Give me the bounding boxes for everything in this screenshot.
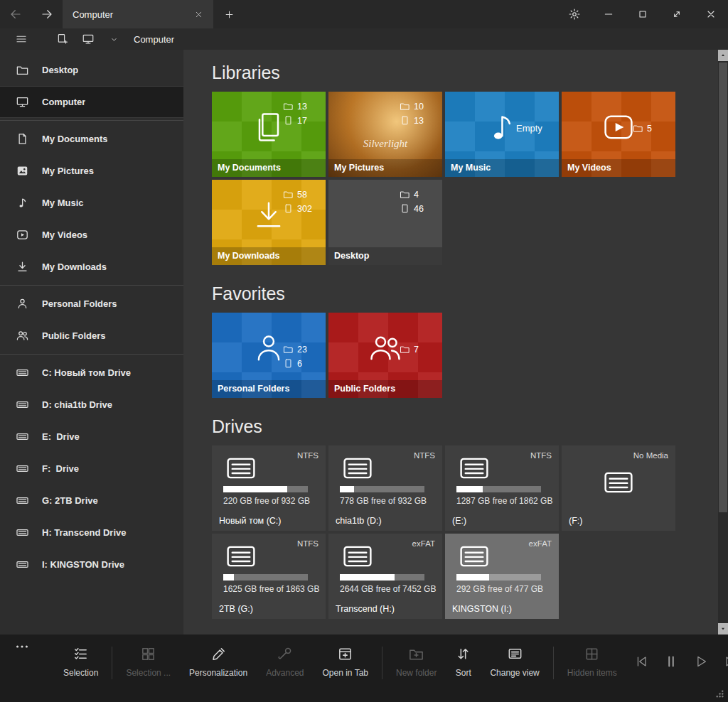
tile-my-music[interactable]: EmptyMy Music	[445, 92, 559, 177]
tile-my-videos[interactable]: 5My Videos	[562, 92, 675, 177]
file-count: 6	[283, 358, 302, 369]
drive-name-label: Новый том (C:)	[219, 516, 282, 526]
breadcrumb-dropdown-button[interactable]	[101, 28, 127, 50]
sidebar-item-my-pictures[interactable]: My Pictures	[0, 155, 183, 187]
tile-counts: 7	[400, 344, 438, 355]
drive-icon	[16, 398, 29, 411]
sidebar-item-c-новый-том-drive[interactable]: C: Новый том Drive	[0, 357, 183, 389]
sidebar-item-label: My Music	[42, 198, 84, 208]
drive-big-icon	[604, 471, 633, 494]
tab-close-icon[interactable]	[194, 10, 203, 19]
tile-grid-libraries: 1317My DocumentsSilverlight1013My Pictur…	[212, 92, 678, 265]
new-item-button[interactable]	[50, 28, 75, 50]
minimize-button[interactable]	[592, 0, 626, 28]
tile-my-documents[interactable]: 1317My Documents	[212, 92, 326, 177]
drive-usage-fill	[456, 574, 489, 580]
sidebar-item-my-music[interactable]: My Music	[0, 187, 183, 219]
drive-tile-kingston-i[interactable]: exFAT292 GB free of 477 GBKINGSTON (I:)	[445, 534, 559, 619]
fullscreen-button[interactable]	[660, 0, 694, 28]
drive-tile-e[interactable]: NTFS1287 GB free of 1862 GB(E:)	[445, 446, 559, 531]
scrollbar-thumb[interactable]	[719, 63, 727, 512]
drive-icon	[16, 494, 29, 507]
sidebar-separator	[0, 354, 183, 355]
tab-computer[interactable]: Computer	[63, 0, 213, 28]
sidebar-item-computer[interactable]: Computer	[0, 86, 183, 118]
settings-button[interactable]	[557, 0, 592, 28]
sidebar-item-label: My Pictures	[42, 166, 94, 176]
scrollbar-track[interactable]	[718, 61, 728, 623]
sidebar-item-personal-folders[interactable]: Personal Folders	[0, 288, 183, 320]
folder-count: 58	[283, 189, 307, 200]
maximize-button[interactable]	[626, 0, 660, 28]
media-previous-button[interactable]	[626, 649, 656, 674]
sidebar-item-label: My Videos	[42, 230, 87, 240]
tile-counts: 5	[633, 123, 671, 134]
file-count: 13	[400, 115, 424, 126]
sidebar-item-public-folders[interactable]: Public Folders	[0, 320, 183, 352]
folder-icon	[633, 123, 643, 134]
drive-free-space-label: 1287 GB free of 1862 GB	[456, 496, 552, 506]
tile-public-folders[interactable]: 7Public Folders	[328, 313, 442, 398]
sidebar-item-label: F: Drive	[42, 463, 79, 474]
media-pause-button[interactable]	[656, 649, 686, 674]
sidebar-item-e-drive[interactable]: E: Drive	[0, 421, 183, 453]
computer-icon	[82, 33, 95, 45]
drive-tile-transcend-h[interactable]: exFAT2644 GB free of 7452 GBTranscend (H…	[328, 534, 442, 619]
folder-count-value: 5	[647, 124, 652, 134]
scroll-up-button[interactable]	[718, 50, 728, 61]
forward-button[interactable]	[31, 0, 63, 28]
drive-tile-f[interactable]: No Media(F:)	[562, 446, 675, 531]
tile-desktop[interactable]: 446Desktop	[328, 180, 442, 265]
new-tab-button[interactable]	[213, 0, 245, 28]
sidebar-item-my-downloads[interactable]: My Downloads	[0, 251, 183, 283]
tile-my-pictures[interactable]: Silverlight1013My Pictures	[328, 92, 442, 177]
sidebar-item-label: H: Transcend Drive	[42, 527, 127, 538]
drive-tile-2tb-g[interactable]: NTFS1625 GB free of 1863 GB2TB (G:)	[212, 534, 326, 619]
hidden-items-icon	[584, 646, 600, 662]
sidebar-item-h-transcend-drive[interactable]: H: Transcend Drive	[0, 517, 183, 549]
personalization-button[interactable]: Personalization	[180, 646, 257, 678]
selection-button[interactable]: Selection ...	[117, 646, 180, 678]
tile-name: My Videos	[562, 159, 675, 177]
media-play-button[interactable]	[686, 649, 716, 674]
change-view-button[interactable]: Change view	[481, 646, 548, 678]
sidebar-item-d-chia1tb-drive[interactable]: D: chia1tb Drive	[0, 389, 183, 421]
close-button[interactable]	[694, 0, 728, 28]
folder-count: 23	[283, 344, 307, 355]
scrollbar[interactable]	[718, 50, 728, 634]
tile-counts: Empty	[516, 123, 555, 134]
bottom-toolbar-separator	[382, 647, 382, 679]
hidden-items-button[interactable]: Hidden items	[558, 646, 626, 678]
advanced-button[interactable]: Advanced	[257, 646, 313, 678]
drive-icon	[16, 366, 29, 379]
sidebar-item-label: My Downloads	[42, 261, 107, 272]
tile-personal-folders[interactable]: 236Personal Folders	[212, 313, 326, 398]
location-button[interactable]	[75, 28, 101, 50]
new-folder-button[interactable]: New folder	[387, 646, 446, 678]
sidebar-item-g-2tb-drive[interactable]: G: 2TB Drive	[0, 485, 183, 517]
folder-count-value: 4	[414, 190, 419, 200]
drive-tile-новый-том-c[interactable]: NTFS220 GB free of 932 GBНовый том (C:)	[212, 446, 326, 531]
scroll-down-button[interactable]	[718, 623, 728, 634]
page-icon	[283, 115, 294, 126]
drive-tile-chia1tb-d[interactable]: NTFS778 GB free of 932 GBchia1tb (D:)	[328, 446, 442, 531]
menu-button[interactable]	[9, 28, 34, 50]
sort-button[interactable]: Sort	[446, 646, 481, 678]
sidebar-item-f-drive[interactable]: F: Drive	[0, 453, 183, 485]
hamburger-icon	[15, 33, 28, 45]
tile-my-downloads[interactable]: 58302My Downloads	[212, 180, 326, 265]
open-in-tab-button[interactable]: Open in Tab	[314, 646, 378, 678]
more-button[interactable]	[11, 639, 33, 654]
selection-list-icon	[73, 646, 89, 662]
sidebar-item-i-kingston-drive[interactable]: I: KINGSTON Drive	[0, 549, 183, 580]
sidebar-item-desktop[interactable]: Desktop	[0, 54, 183, 86]
drive-usage-fill	[340, 486, 354, 492]
drive-name-label: Transcend (H:)	[336, 604, 395, 614]
folder-count-value: 13	[297, 102, 307, 112]
media-next-button[interactable]	[716, 649, 728, 674]
selection-button[interactable]: Selection	[54, 646, 107, 678]
back-button[interactable]	[0, 0, 31, 28]
resize-grip-icon[interactable]	[714, 688, 725, 699]
sidebar-item-my-videos[interactable]: My Videos	[0, 219, 183, 251]
sidebar-item-my-documents[interactable]: My Documents	[0, 123, 183, 155]
